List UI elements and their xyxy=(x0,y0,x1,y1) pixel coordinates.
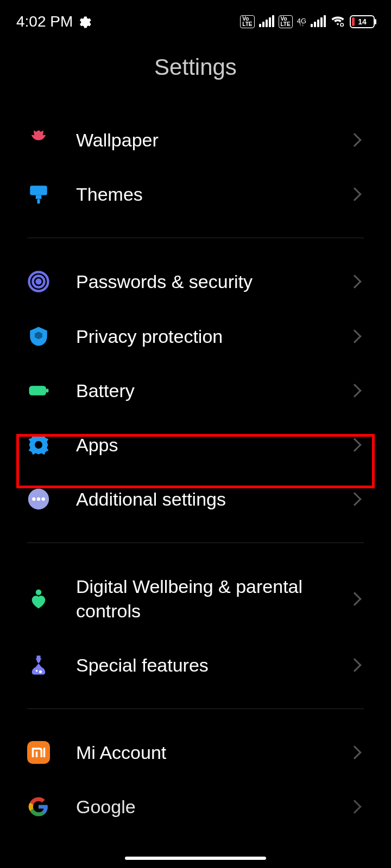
signal-bars-1-icon xyxy=(259,16,274,27)
item-label: Additional settings xyxy=(76,487,350,511)
brush-icon xyxy=(27,183,50,206)
chevron-right-icon xyxy=(348,658,361,672)
status-left: 4:02 PM xyxy=(16,13,91,30)
divider xyxy=(27,542,364,543)
svg-point-13 xyxy=(42,497,45,501)
google-g-icon xyxy=(27,795,50,818)
signal-bars-2-icon xyxy=(311,16,326,27)
divider xyxy=(27,238,364,238)
svg-rect-8 xyxy=(46,388,48,392)
tulip-icon xyxy=(27,129,50,151)
item-label: Digital Wellbeing & parental controls xyxy=(76,575,350,622)
fingerprint-icon xyxy=(27,270,50,293)
volte-icon: VoLTE xyxy=(240,15,254,28)
nav-indicator[interactable] xyxy=(125,857,266,860)
chevron-right-icon xyxy=(348,438,361,451)
person-heart-icon xyxy=(27,588,50,610)
chevron-right-icon xyxy=(348,188,361,201)
svg-point-12 xyxy=(37,497,40,501)
page-title: Settings xyxy=(0,38,391,113)
item-label: Special features xyxy=(76,653,350,677)
settings-running-icon xyxy=(78,15,91,28)
gear-badge-icon xyxy=(27,433,50,456)
item-label: Mi Account xyxy=(76,741,350,764)
svg-point-14 xyxy=(36,589,42,595)
settings-item-passwords[interactable]: Passwords & security xyxy=(27,254,364,309)
wifi-icon xyxy=(330,15,345,29)
svg-rect-3 xyxy=(37,199,40,204)
status-right: VoLTE VoLTE 4G ↑↓ 14 xyxy=(240,15,375,29)
chevron-right-icon xyxy=(348,275,361,289)
divider xyxy=(27,709,364,709)
flask-icon xyxy=(27,654,50,676)
settings-item-battery[interactable]: Battery xyxy=(27,363,364,418)
settings-item-additional[interactable]: Additional settings xyxy=(27,472,364,526)
item-label: Privacy protection xyxy=(76,324,350,348)
shield-cube-icon xyxy=(27,325,50,348)
settings-item-special-features[interactable]: Special features xyxy=(27,638,364,692)
volte-icon-2: VoLTE xyxy=(279,15,293,28)
item-label: Google xyxy=(76,795,350,819)
svg-point-9 xyxy=(35,441,42,449)
item-label: Passwords & security xyxy=(76,270,350,293)
svg-point-16 xyxy=(39,670,42,673)
mi-logo-icon xyxy=(27,741,50,764)
battery-landscape-icon xyxy=(27,379,50,402)
chevron-right-icon xyxy=(348,492,361,506)
chevron-right-icon xyxy=(348,329,361,343)
settings-item-digital-wellbeing[interactable]: Digital Wellbeing & parental controls xyxy=(27,559,364,637)
chevron-right-icon xyxy=(348,745,361,759)
chevron-right-icon xyxy=(348,800,361,813)
battery-percent: 14 xyxy=(351,17,374,26)
svg-point-6 xyxy=(37,280,41,284)
svg-rect-17 xyxy=(27,741,50,764)
status-time: 4:02 PM xyxy=(16,13,73,30)
settings-item-apps[interactable]: Apps xyxy=(27,418,364,472)
settings-item-privacy[interactable]: Privacy protection xyxy=(27,309,364,363)
svg-rect-1 xyxy=(30,186,47,196)
settings-list: Wallpaper Themes Passwords & security Pr… xyxy=(0,113,391,834)
chevron-right-icon xyxy=(348,133,361,146)
item-label: Battery xyxy=(76,379,350,403)
net-4g-group: 4G ↑↓ xyxy=(297,17,306,27)
settings-item-themes[interactable]: Themes xyxy=(27,167,364,221)
settings-item-google[interactable]: Google xyxy=(27,780,364,834)
svg-rect-7 xyxy=(29,386,47,395)
svg-point-15 xyxy=(36,670,38,672)
status-bar: 4:02 PM VoLTE VoLTE 4G ↑↓ xyxy=(0,0,391,38)
svg-rect-2 xyxy=(36,195,42,199)
item-label: Themes xyxy=(76,182,350,206)
battery-icon: 14 xyxy=(350,15,375,28)
dots-circle-icon xyxy=(27,488,50,510)
settings-item-wallpaper[interactable]: Wallpaper xyxy=(27,113,364,167)
item-label: Wallpaper xyxy=(76,128,350,152)
svg-point-11 xyxy=(32,497,35,501)
chevron-right-icon xyxy=(348,592,361,605)
settings-item-mi-account[interactable]: Mi Account xyxy=(27,725,364,780)
chevron-right-icon xyxy=(348,384,361,397)
item-label: Apps xyxy=(76,433,350,457)
